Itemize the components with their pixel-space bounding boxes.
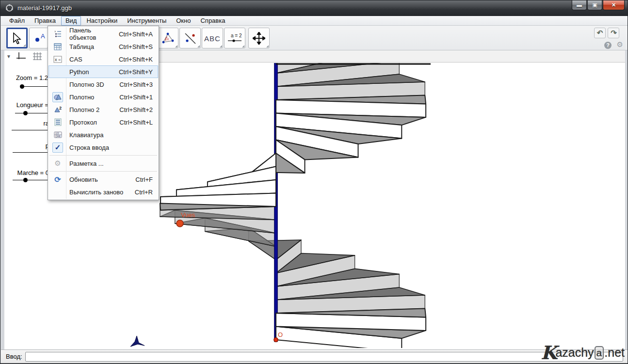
slider-handle-longueur[interactable]	[23, 111, 28, 115]
menu-item-label: Строка ввода	[66, 144, 153, 151]
help-icon[interactable]: ?	[604, 42, 612, 49]
menu-item-0[interactable]: Файл	[5, 16, 29, 26]
text-tool-button[interactable]: ABC	[202, 28, 223, 48]
chevron-down-icon[interactable]: ▼	[6, 54, 11, 59]
slider-label-longueur: Longueur =	[4, 101, 48, 109]
menu-item-label: Разметка ...	[66, 160, 153, 167]
view-menu-item-4[interactable]: Полотно 3DCtrl+Shift+3	[48, 78, 158, 91]
angle-tool-button[interactable]: α	[157, 28, 178, 48]
perpendicular-line-icon	[183, 32, 197, 45]
menu-item-5[interactable]: Окно	[172, 16, 195, 26]
input-label: Ввод:	[6, 353, 22, 360]
geogebra-app-icon	[5, 4, 14, 12]
menu-item-shortcut: Ctrl+Shift+A	[119, 31, 158, 38]
view-menu-item-6[interactable]: 2Полотно 2Ctrl+Shift+2	[48, 103, 158, 116]
svg-text:x =: x =	[55, 57, 61, 62]
maximize-button[interactable]: ▣	[587, 0, 602, 10]
view-menu-item-1[interactable]: ТаблицаCtrl+Shift+S	[48, 40, 158, 53]
tool-dropdown-arrow[interactable]	[242, 45, 244, 47]
redo-button[interactable]: ↷	[608, 28, 619, 38]
bird-glyph[interactable]	[130, 336, 145, 347]
slider-label-zoom: Zoom = 1.2	[4, 74, 48, 81]
view-menu-item-9[interactable]: ✓Строка ввода	[48, 141, 158, 154]
slider-handle-zoom[interactable]	[20, 84, 24, 89]
move-canvas-icon	[253, 32, 265, 45]
grid-toggle-icon[interactable]	[32, 52, 42, 61]
menu-item-label: Полотно	[66, 94, 119, 101]
view-menu-item-11[interactable]: ⚙Разметка ...	[48, 157, 158, 170]
tool-dropdown-arrow[interactable]	[175, 45, 177, 47]
graphics-view-icon	[52, 92, 63, 102]
menu-item-shortcut: Ctrl+R	[135, 189, 158, 196]
point-a-icon: A	[33, 33, 46, 44]
view-menu-item-2[interactable]: x =CASCtrl+Shift+K	[48, 53, 158, 65]
minimize-button[interactable]: ▬	[572, 0, 587, 10]
menu-item-label: Вычислить заново	[66, 189, 135, 196]
menu-item-label: Таблица	[66, 43, 119, 50]
slider-tool-button[interactable]: a = 2	[224, 28, 245, 48]
view-menu-item-0[interactable]: Панель объектовCtrl+Shift+A	[48, 28, 158, 40]
slider-label-marche: Marche = 0	[4, 169, 49, 176]
menu-item-2[interactable]: Вид	[61, 16, 81, 26]
menu-item-1[interactable]: Правка	[30, 16, 60, 26]
tool-dropdown-arrow[interactable]	[220, 45, 222, 47]
origin-point-label: O	[278, 331, 283, 338]
line-tool-button[interactable]	[179, 28, 201, 48]
svg-text:2: 2	[59, 106, 62, 111]
tool-dropdown-arrow[interactable]	[23, 44, 26, 47]
move-tool-button[interactable]	[6, 28, 28, 48]
svg-text:A: A	[41, 33, 45, 40]
svg-text:a = 2: a = 2	[231, 33, 242, 38]
menu-item-4[interactable]: Инструменты	[123, 16, 171, 26]
input-bar: Ввод:	[1, 349, 628, 363]
menu-item-label: Полотно 3D	[66, 81, 119, 88]
check-icon: ✓	[52, 142, 63, 153]
menu-item-label: CAS	[66, 56, 119, 63]
menu-item-6[interactable]: Справка	[196, 16, 229, 26]
menu-item-shortcut: Ctrl+Shift+2	[119, 106, 158, 113]
graphics2-icon: 2	[52, 105, 63, 115]
menu-item-label: Панель объектов	[66, 27, 119, 41]
view-menu-item-5[interactable]: ПолотноCtrl+Shift+1	[48, 91, 158, 103]
menu-item-shortcut: Ctrl+Shift+Y	[119, 68, 158, 76]
svg-text:α: α	[167, 37, 169, 41]
pointer-icon	[12, 32, 22, 44]
view-menu-item-8[interactable]: 123QWEКлавиатура	[48, 128, 158, 141]
menu-item-shortcut: Ctrl+Shift+K	[119, 56, 158, 63]
menu-item-3[interactable]: Настройки	[82, 16, 122, 26]
view-menu-item-7[interactable]: ПротоколCtrl+Shift+L	[48, 116, 158, 128]
angle-icon: α	[161, 32, 175, 45]
refresh-icon: ⟳	[52, 174, 63, 185]
menu-item-shortcut: Ctrl+Shift+3	[119, 81, 158, 88]
view-menu-dropdown: Панель объектовCtrl+Shift+AТаблицаCtrl+S…	[48, 26, 159, 200]
vues-point[interactable]	[177, 220, 183, 227]
axes-toggle-icon[interactable]	[16, 52, 27, 61]
tool-dropdown-arrow[interactable]	[197, 45, 200, 47]
canvas-top-strip	[146, 50, 625, 63]
watermark-k-glyph: K	[541, 346, 557, 360]
view-menu-item-3[interactable]: PythonCtrl+Shift+Y	[48, 65, 158, 78]
menu-item-shortcut: Ctrl+F	[135, 176, 158, 183]
menu-item-shortcut: Ctrl+Shift+L	[119, 119, 158, 126]
pan-tool-button[interactable]	[248, 28, 270, 48]
settings-gear-icon[interactable]: ⚙	[617, 40, 623, 49]
menu-item-label: Python	[66, 68, 119, 76]
cas-icon: x =	[52, 54, 63, 64]
undo-button[interactable]: ↶	[594, 28, 606, 38]
spreadsheet-icon	[52, 42, 63, 52]
algebra-input-field[interactable]	[25, 352, 623, 362]
close-button[interactable]: ✕	[603, 0, 625, 10]
vues-point-label: Vues	[181, 211, 195, 219]
watermark: Kazachya.net	[541, 346, 625, 360]
menu-item-label: Обновить	[66, 176, 135, 183]
tool-dropdown-arrow[interactable]	[266, 45, 269, 47]
menu-item-label: Полотно 2	[66, 106, 119, 113]
slider-icon: a = 2	[227, 32, 242, 44]
origin-point[interactable]	[274, 338, 278, 342]
title-bar[interactable]: material-19917.ggb ▬ ▣ ✕	[0, 0, 628, 16]
slider-handle-marche[interactable]	[23, 178, 28, 182]
menu-bar: ФайлПравкаВидНастройкиИнструментыОкноСпр…	[1, 16, 628, 26]
view-menu-item-14[interactable]: Вычислить зановоCtrl+R	[48, 186, 158, 198]
menu-item-shortcut: Ctrl+Shift+S	[119, 43, 158, 50]
view-menu-item-13[interactable]: ⟳ОбновитьCtrl+F	[48, 173, 158, 186]
